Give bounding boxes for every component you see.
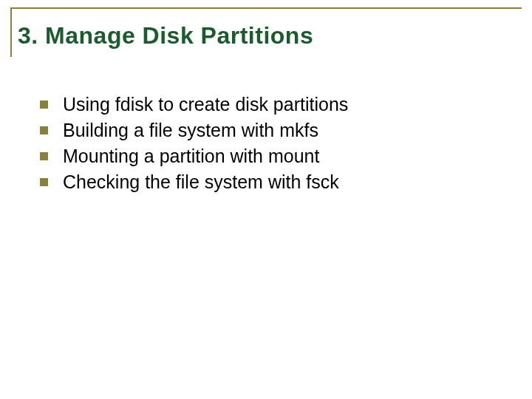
- list-item: Using fdisk to create disk partitions: [40, 94, 522, 115]
- bullet-text: Checking the file system with fsck: [63, 171, 339, 193]
- list-item: Building a file system with mkfs: [40, 120, 522, 141]
- square-bullet-icon: [40, 100, 48, 109]
- bullet-text: Using fdisk to create disk partitions: [63, 94, 348, 115]
- list-item: Mounting a partition with mount: [40, 146, 522, 167]
- slide-container: 3. Manage Disk Partitions Using fdisk to…: [0, 0, 532, 399]
- title-wrapper: 3. Manage Disk Partitions: [10, 7, 522, 57]
- bullet-text: Mounting a partition with mount: [63, 146, 319, 167]
- list-item: Checking the file system with fsck: [40, 171, 522, 193]
- bullet-text: Building a file system with mkfs: [63, 120, 318, 141]
- square-bullet-icon: [40, 126, 48, 134]
- square-bullet-icon: [40, 152, 48, 160]
- square-bullet-icon: [40, 178, 48, 186]
- bullet-list: Using fdisk to create disk partitions Bu…: [10, 94, 522, 193]
- slide-title: 3. Manage Disk Partitions: [18, 22, 522, 50]
